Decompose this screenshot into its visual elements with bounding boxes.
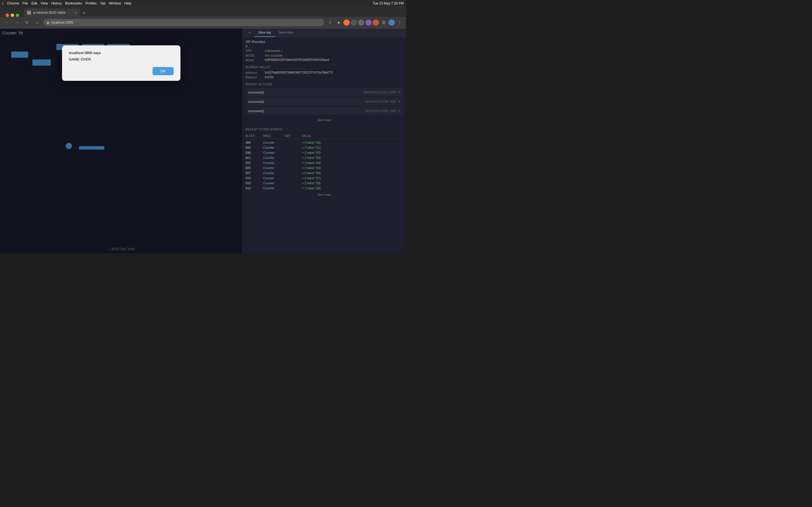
info-block-row: 337 (Foundry) (246, 40, 403, 43)
row-value: + {"value":56} (302, 171, 403, 175)
maximize-button[interactable] (16, 13, 19, 17)
menu-icon[interactable]: ⋮ (396, 19, 403, 26)
store-table-row: 610 :Counter + {"value":58} (246, 180, 403, 186)
store-table-row: 593 :Counter + {"value":51} (246, 145, 403, 150)
sidebar-icon[interactable]: ☰ (380, 19, 388, 26)
menu-chrome[interactable]: Chrome (7, 1, 19, 5)
row-table: :Counter (262, 166, 285, 170)
row-block: 610 (246, 176, 262, 180)
action-name-2: increment() (248, 100, 264, 103)
recent-store-events-title: RECENT STORE EVENTS (246, 128, 403, 131)
row-key (285, 176, 302, 180)
row-key (285, 146, 302, 149)
row-table: :Counter (262, 156, 285, 159)
extension1-icon[interactable] (343, 19, 350, 25)
reload-button[interactable]: ↻ (23, 18, 31, 26)
row-value: + {"value":52} (302, 151, 403, 154)
traffic-lights (3, 13, 21, 17)
close-button[interactable] (6, 13, 9, 17)
profile-icon[interactable] (389, 19, 395, 25)
dialog-message: GAME OVER (69, 57, 174, 61)
recent-actions-title: RECENT ACTIONS (246, 83, 403, 86)
page-content: Counter: 59 → MUD Dev Tools localhost:30… (0, 29, 406, 253)
menu-edit[interactable]: Edit (31, 1, 37, 5)
menu-help[interactable]: Help (124, 1, 132, 5)
row-key (285, 166, 302, 170)
row-block: 607 (246, 171, 262, 175)
clock: Tue 23 May 7:20 PM (372, 1, 404, 5)
extension4-icon[interactable] (365, 19, 371, 25)
see-more-actions-button[interactable]: See more (246, 116, 403, 124)
menu-tab[interactable]: Tab (100, 1, 105, 5)
store-table-row: 607 :Counter + {"value":56} (246, 170, 403, 175)
extension2-icon[interactable] (351, 19, 357, 25)
see-more-events-button[interactable]: See more (246, 191, 403, 199)
row-block: 610 (246, 186, 262, 190)
tab-close-button[interactable]: ✕ (74, 11, 77, 14)
row-block: 610 (246, 181, 262, 185)
wallet-address-value: 0x1E70a6bD93E70A6818627191237F1673a766eC… (265, 71, 333, 74)
menu-window[interactable]: Window (109, 1, 121, 5)
rpc-status: Connected ✓ (265, 49, 283, 53)
extension5-icon[interactable] (373, 19, 379, 25)
back-button[interactable]: ← (3, 18, 11, 26)
menu-file[interactable]: File (22, 1, 28, 5)
minimize-button[interactable] (11, 13, 14, 17)
row-key (285, 151, 302, 154)
tab-store-data[interactable]: Store data (275, 29, 297, 37)
menu-profiles[interactable]: Profiles (86, 1, 97, 5)
info-mode-label: MODE (246, 54, 262, 57)
row-table: :Counter (262, 171, 285, 175)
store-table-row: 610 :Counter + {"value":59} (246, 186, 403, 191)
info-avg-value: 0 (246, 45, 247, 48)
action-check-3: ✓ (398, 109, 400, 112)
dialog-ok-button[interactable]: OK (153, 67, 174, 75)
dev-panel-tabs: s Store log Store data (243, 29, 406, 37)
nav-right-icons: ⇧ ★ ☰ ⋮ (326, 19, 403, 26)
wallet-balance-value: 0 ETH (265, 75, 273, 79)
row-table: :Counter (262, 176, 285, 180)
tab-store-log[interactable]: Store log (255, 29, 275, 37)
dev-panel-content: 337 (Foundry) 0 RPC Connected ✓ MODE Not… (243, 37, 406, 253)
row-value: + {"value":50} (302, 141, 403, 144)
row-block: 306 (246, 141, 262, 144)
bookmark-icon[interactable]: ★ (335, 19, 342, 26)
row-table: :Counter (262, 181, 285, 185)
wallet-balance-row: Balance 0 ETH (246, 75, 403, 79)
game-area: Counter: 59 → MUD Dev Tools localhost:30… (0, 29, 243, 253)
row-table: :Counter (262, 151, 285, 154)
wallet-address-label: Address (246, 71, 262, 74)
menu-bookmarks[interactable]: Bookmarks (65, 1, 82, 5)
row-value: + {"value":55} (302, 166, 403, 170)
address-bar[interactable]: 🔒 localhost:3000 (43, 19, 324, 26)
tab-s[interactable]: s (245, 29, 255, 37)
row-table: :Counter (262, 141, 285, 144)
action-meta-2: block 610 tx 0x5df...fe00 (365, 100, 396, 103)
share-icon[interactable]: ⇧ (326, 19, 334, 26)
new-tab-button[interactable]: + (80, 9, 88, 17)
row-value: + {"value":59} (302, 186, 403, 190)
col-table: TABLE (262, 134, 285, 137)
tab-favicon (27, 11, 31, 15)
browser-chrome: a minimal MUD client ✕ + ← → ↻ ⌂ 🔒 local… (0, 7, 406, 29)
menubar-items: Chrome File Edit View History Bookmarks … (7, 1, 132, 5)
info-rpc-row: RPC Connected ✓ (246, 49, 403, 53)
store-table-row: 603 :Counter + {"value":54} (246, 160, 403, 165)
store-rows: 306 :Counter + {"value":50} 593 :Counter… (246, 140, 403, 191)
extension3-icon[interactable] (358, 19, 364, 25)
col-value: VALUE (302, 134, 403, 137)
tab-title: a minimal MUD client (33, 11, 65, 15)
apple-menu[interactable]:  (2, 1, 4, 6)
forward-button[interactable]: → (13, 18, 21, 26)
row-table: :Counter (262, 146, 285, 149)
home-button[interactable]: ⌂ (33, 18, 41, 26)
menu-history[interactable]: History (51, 1, 62, 5)
wallet-balance-label: Balance (246, 75, 262, 79)
action-meta-1: block 610 tx 0x12d...9378 (364, 91, 396, 94)
row-value: + {"value":51} (302, 146, 403, 149)
store-table-header: BLOCK TABLE KEY VALUE (246, 133, 403, 139)
dialog-overlay: localhost:3000 says GAME OVER OK (0, 29, 243, 253)
menu-view[interactable]: View (41, 1, 48, 5)
active-tab[interactable]: a minimal MUD client ✕ (24, 8, 80, 17)
action-row-1: increment() block 610 tx 0x12d...9378 ✓ (246, 88, 403, 96)
